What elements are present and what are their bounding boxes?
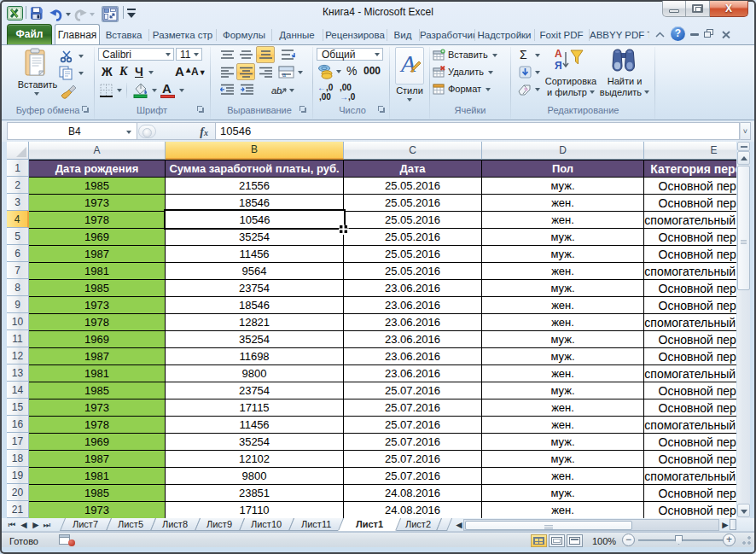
svg-text:A: A [399, 50, 416, 77]
svg-text:Я: Я [555, 60, 562, 72]
svg-text:ab: ab [271, 85, 282, 96]
svg-text:А: А [555, 48, 562, 60]
svg-text:a: a [282, 72, 286, 78]
